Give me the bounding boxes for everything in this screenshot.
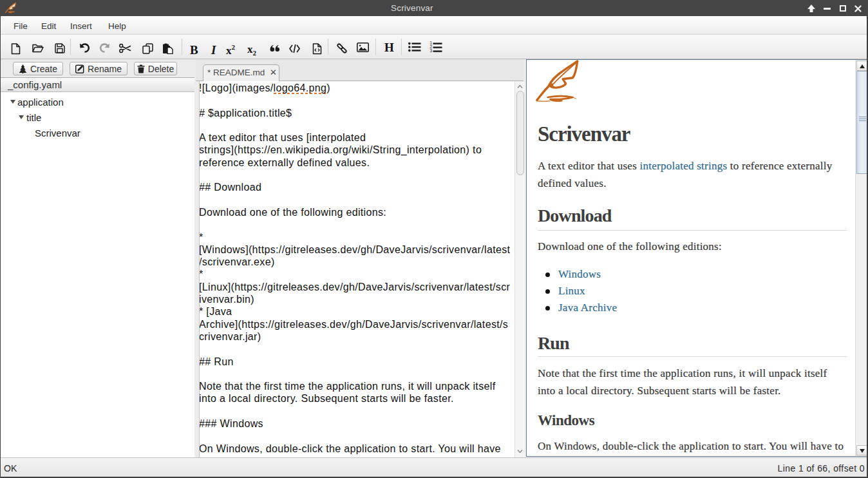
svg-text:3: 3 [429, 48, 432, 53]
